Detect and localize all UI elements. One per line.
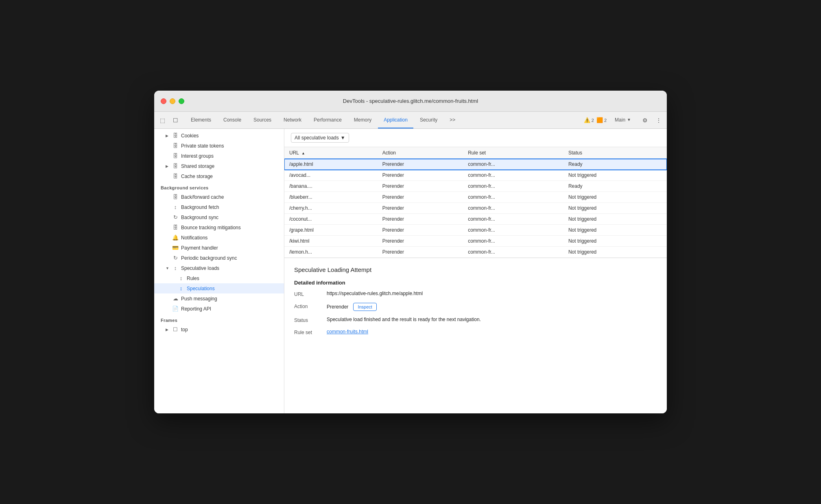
expand-icon: ▶ [166,164,170,168]
title-bar: DevTools - speculative-rules.glitch.me/c… [154,91,667,112]
sidebar-item-periodic-bg-sync[interactable]: ↻ Periodic background sync [154,253,284,263]
tab-elements[interactable]: Elements [185,112,217,128]
detail-action-row: Action Prerender Inspect [294,303,657,311]
filter-dropdown[interactable]: All speculative loads ▼ [291,133,349,143]
sidebar-item-bounce-tracking[interactable]: 🗄 Bounce tracking mitigations [154,222,284,232]
settings-icon[interactable]: ⚙ [639,115,651,126]
col-url[interactable]: URL ▲ [284,147,378,159]
sidebar-item-background-sync[interactable]: ↻ Background sync [154,212,284,222]
cell-url: /kiwi.html [284,236,378,247]
col-ruleset[interactable]: Rule set [463,147,563,159]
cell-url: /lemon.h... [284,247,378,258]
sidebar-item-push-messaging[interactable]: ☁ Push messaging [154,293,284,304]
sidebar-item-cache-storage[interactable]: 🗄 Cache storage [154,171,284,181]
ruleset-label: Rule set [294,329,327,335]
sidebar-item-top-frame[interactable]: ▶ ☐ top [154,324,284,335]
cell-status: Not triggered [563,225,667,236]
inspect-button[interactable]: Inspect [353,303,376,311]
cell-action: Prerender [378,192,463,203]
table-row[interactable]: /cherry.h... Prerender common-fr... Not … [284,203,667,214]
speculative-loads-table: URL ▲ Action Rule set Status /apple.html… [284,147,667,258]
maximize-button[interactable] [179,98,184,104]
cell-url: /blueberr... [284,192,378,203]
table-row[interactable]: /kiwi.html Prerender common-fr... Not tr… [284,236,667,247]
sidebar-item-payment-handler[interactable]: 💳 Payment handler [154,243,284,253]
table-row[interactable]: /blueberr... Prerender common-fr... Not … [284,192,667,203]
sidebar-item-background-fetch[interactable]: ↕ Background fetch [154,202,284,212]
speculations-icon: ↕ [178,285,184,291]
sidebar-item-rules[interactable]: ↕ Rules [154,273,284,283]
tab-more[interactable]: >> [444,112,461,128]
tab-security[interactable]: Security [414,112,443,128]
cell-ruleset: common-fr... [463,236,563,247]
detail-panel: Speculative Loading Attempt Detailed inf… [284,258,667,413]
bf-cache-icon: 🗄 [172,194,179,200]
frame-icon: ☐ [172,326,179,332]
table-row[interactable]: /lemon.h... Prerender common-fr... Not t… [284,247,667,258]
interest-groups-icon: 🗄 [172,153,179,159]
sidebar-item-back-forward-cache[interactable]: 🗄 Back/forward cache [154,192,284,202]
action-value-group: Prerender Inspect [327,303,377,311]
sidebar-item-reporting-api[interactable]: 📄 Reporting API [154,304,284,314]
sidebar-item-speculations[interactable]: ↕ Speculations [154,283,284,293]
cell-ruleset: common-fr... [463,159,563,170]
col-action[interactable]: Action [378,147,463,159]
table-row[interactable]: /avocad... Prerender common-fr... Not tr… [284,170,667,181]
tab-sources[interactable]: Sources [248,112,277,128]
top-controls: All speculative loads ▼ [284,129,667,147]
table-row[interactable]: /banana.... Prerender common-fr... Ready [284,181,667,192]
cell-status: Not triggered [563,192,667,203]
shared-storage-icon: 🗄 [172,163,179,169]
main-dropdown[interactable]: Main ▼ [609,117,637,124]
cell-ruleset: common-fr... [463,203,563,214]
storage-section: ▶ 🗄 Cookies 🗄 Private state tokens 🗄 Int… [154,129,284,336]
cursor-icon[interactable]: ⬚ [157,115,168,126]
table-row[interactable]: /grape.html Prerender common-fr... Not t… [284,225,667,236]
cell-action: Prerender [378,181,463,192]
more-options-icon[interactable]: ⋮ [653,115,664,126]
warning-badge[interactable]: ⚠️ 2 [584,117,594,123]
tab-memory[interactable]: Memory [348,112,377,128]
sidebar-item-interest-groups[interactable]: 🗄 Interest groups [154,151,284,161]
table: URL ▲ Action Rule set Status /apple.html… [284,147,667,258]
cell-status: Ready [563,159,667,170]
cell-ruleset: common-fr... [463,214,563,225]
sidebar-item-private-state-tokens[interactable]: 🗄 Private state tokens [154,141,284,151]
tab-performance[interactable]: Performance [308,112,347,128]
tab-application[interactable]: Application [378,112,413,128]
close-button[interactable] [161,98,166,104]
col-status[interactable]: Status [563,147,667,159]
notifications-icon: 🔔 [172,235,179,241]
url-label: URL [294,291,327,297]
status-label: Status [294,317,327,323]
ruleset-link[interactable]: common-fruits.html [327,329,368,335]
tab-network[interactable]: Network [278,112,307,128]
cell-action: Prerender [378,159,463,170]
cell-status: Not triggered [563,170,667,181]
private-state-tokens-icon: 🗄 [172,143,179,149]
cell-url: /grape.html [284,225,378,236]
inspect-icon[interactable]: ☐ [170,115,181,126]
sidebar-item-speculative-loads[interactable]: ▼ ↕ Speculative loads [154,263,284,273]
sidebar-item-cookies[interactable]: ▶ 🗄 Cookies [154,130,284,141]
main-dropdown-arrow: ▼ [627,117,631,122]
bg-sync-icon: ↻ [172,214,179,220]
minimize-button[interactable] [170,98,175,104]
error-badge[interactable]: 🟧 2 [596,117,607,123]
sidebar-item-notifications[interactable]: 🔔 Notifications [154,232,284,243]
detail-status-row: Status Speculative load finished and the… [294,317,657,323]
payment-handler-icon: 💳 [172,245,179,251]
tab-console[interactable]: Console [218,112,247,128]
devtools-window: DevTools - speculative-rules.glitch.me/c… [154,91,667,413]
action-label: Action [294,303,327,309]
sidebar-item-shared-storage[interactable]: ▶ 🗄 Shared storage [154,161,284,171]
cell-url: /apple.html [284,159,378,170]
cell-ruleset: common-fr... [463,181,563,192]
cell-status: Not triggered [563,236,667,247]
table-row[interactable]: /coconut... Prerender common-fr... Not t… [284,214,667,225]
table-row[interactable]: /apple.html Prerender common-fr... Ready [284,159,667,170]
cell-action: Prerender [378,214,463,225]
cell-status: Not triggered [563,247,667,258]
cell-action: Prerender [378,236,463,247]
cell-ruleset: common-fr... [463,192,563,203]
